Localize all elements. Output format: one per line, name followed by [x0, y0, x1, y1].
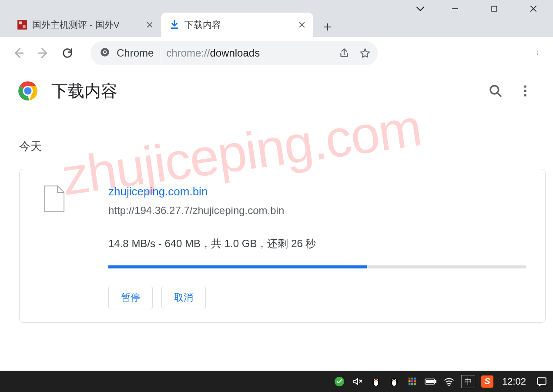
svg-rect-3 — [492, 6, 497, 11]
svg-point-14 — [524, 85, 526, 88]
download-item-body: zhujiceping.com.bin http://194.36.27.7/z… — [89, 169, 545, 322]
color-grid-icon[interactable] — [406, 375, 419, 388]
svg-rect-2 — [23, 25, 26, 28]
pause-button[interactable]: 暂停 — [108, 286, 153, 309]
svg-rect-29 — [414, 377, 416, 379]
notifications-icon[interactable] — [536, 375, 548, 388]
close-window-button[interactable] — [514, 0, 553, 17]
download-item-card: zhujiceping.com.bin http://194.36.27.7/z… — [19, 169, 546, 323]
omnibox-chip-label: Chrome — [117, 47, 154, 59]
svg-point-7 — [537, 51, 538, 52]
section-label-today: 今天 — [19, 139, 553, 154]
tab-title: 国外主机测评 - 国外V — [32, 19, 140, 31]
svg-point-19 — [374, 380, 378, 386]
progress-bar — [108, 265, 526, 268]
new-tab-button[interactable] — [318, 17, 338, 37]
svg-point-22 — [374, 378, 378, 379]
penguin-icon[interactable] — [370, 375, 382, 388]
close-icon[interactable] — [297, 20, 307, 30]
svg-rect-35 — [414, 383, 416, 385]
divider — [160, 47, 160, 60]
svg-point-16 — [524, 94, 526, 97]
svg-point-25 — [392, 379, 394, 380]
downloads-header: 下载内容 — [0, 69, 553, 113]
url-path: downloads — [210, 47, 260, 59]
download-icon — [169, 19, 180, 30]
svg-rect-38 — [426, 380, 434, 383]
svg-point-26 — [395, 379, 396, 380]
download-file-url: http://194.36.27.7/zhujiceping.com.bin — [108, 204, 526, 217]
file-icon — [44, 185, 65, 213]
svg-point-24 — [392, 380, 396, 386]
browser-menu-button[interactable] — [529, 43, 549, 63]
svg-rect-27 — [409, 377, 411, 379]
svg-rect-34 — [411, 383, 413, 385]
maximize-button[interactable] — [475, 0, 514, 17]
star-icon[interactable] — [358, 46, 372, 60]
close-icon[interactable] — [144, 20, 155, 30]
svg-point-39 — [448, 384, 449, 385]
battery-icon[interactable] — [425, 375, 437, 388]
wifi-icon[interactable] — [443, 375, 455, 388]
page-title: 下载内容 — [51, 80, 117, 102]
tab-inactive[interactable]: 国外主机测评 - 国外V — [9, 13, 161, 37]
sogou-ime-icon[interactable]: S — [481, 375, 493, 388]
shield-check-icon[interactable] — [333, 375, 345, 388]
omnibox-url: chrome://downloads — [166, 47, 331, 59]
address-bar[interactable]: Chrome chrome://downloads — [90, 41, 378, 65]
svg-rect-30 — [409, 380, 411, 382]
svg-rect-1 — [19, 21, 22, 24]
tabs-row: 国外主机测评 - 国外V 下载内容 — [0, 0, 338, 37]
chevron-down-icon[interactable] — [405, 0, 436, 17]
more-menu-button[interactable] — [515, 80, 536, 101]
svg-rect-37 — [435, 380, 436, 383]
download-file-name[interactable]: zhujiceping.com.bin — [108, 185, 526, 198]
download-status-text: 14.8 MB/s - 640 MB，共 1.0 GB，还剩 26 秒 — [108, 237, 526, 251]
search-button[interactable] — [485, 80, 506, 101]
windows-taskbar: 中 S 12:02 — [0, 371, 553, 392]
download-item-icon-area — [20, 169, 89, 322]
ime-indicator[interactable]: 中 — [461, 375, 475, 388]
progress-fill — [108, 265, 367, 268]
svg-point-8 — [537, 53, 538, 54]
forward-button[interactable] — [33, 43, 53, 63]
svg-point-6 — [104, 51, 106, 53]
window-controls — [405, 0, 553, 17]
browser-toolbar: Chrome chrome://downloads — [0, 37, 553, 69]
share-icon[interactable] — [337, 46, 352, 60]
tab-title: 下载内容 — [184, 19, 292, 31]
download-actions: 暂停 取消 — [108, 286, 526, 309]
volume-mute-icon[interactable] — [352, 375, 364, 388]
tab-favicon-site-icon — [17, 19, 28, 30]
minimize-button[interactable] — [436, 0, 475, 17]
svg-point-15 — [524, 90, 526, 92]
downloads-content: 今天 zhujiceping.com.bin http://194.36.27.… — [0, 113, 553, 323]
svg-rect-28 — [411, 377, 413, 379]
chrome-chip-icon — [99, 47, 111, 60]
svg-point-9 — [537, 54, 538, 54]
url-prefix: chrome:// — [166, 47, 210, 59]
svg-rect-32 — [414, 380, 416, 382]
svg-rect-31 — [411, 380, 413, 382]
svg-rect-33 — [409, 383, 411, 385]
reload-button[interactable] — [57, 43, 77, 63]
back-button[interactable] — [9, 43, 29, 63]
cancel-button[interactable]: 取消 — [161, 286, 206, 309]
taskbar-clock[interactable]: 12:02 — [502, 376, 526, 387]
browser-title-bar: 国外主机测评 - 国外V 下载内容 — [0, 0, 553, 37]
svg-rect-40 — [537, 378, 546, 384]
penguin-icon[interactable] — [388, 375, 400, 388]
chrome-logo-icon — [17, 80, 38, 101]
tab-active-downloads[interactable]: 下载内容 — [161, 13, 313, 37]
